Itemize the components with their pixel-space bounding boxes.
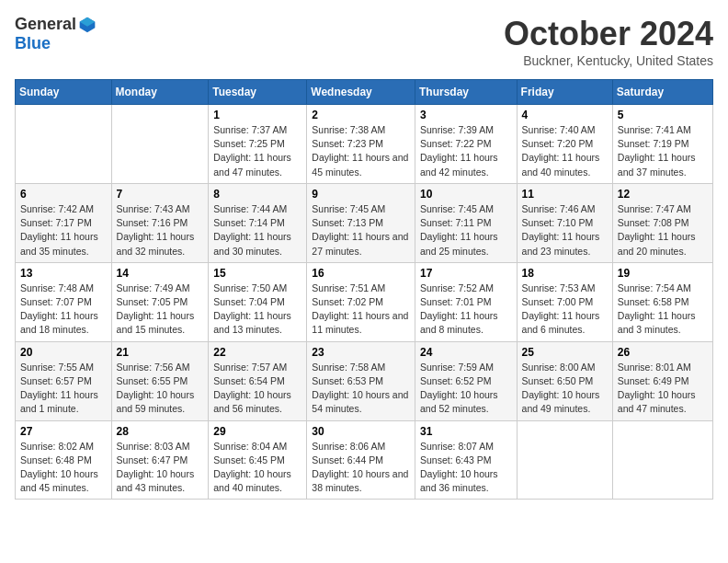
day-number: 27: [20, 425, 107, 438]
day-number: 21: [117, 346, 204, 359]
day-number: 24: [420, 346, 512, 359]
day-info: Sunrise: 7:43 AM Sunset: 7:16 PM Dayligh…: [117, 202, 204, 259]
calendar-cell: 28Sunrise: 8:03 AM Sunset: 6:47 PM Dayli…: [111, 420, 209, 500]
calendar-cell: 7Sunrise: 7:43 AM Sunset: 7:16 PM Daylig…: [111, 183, 209, 262]
calendar-cell: 17Sunrise: 7:52 AM Sunset: 7:01 PM Dayli…: [415, 262, 517, 341]
day-number: 8: [213, 188, 301, 201]
week-row-5: 27Sunrise: 8:02 AM Sunset: 6:48 PM Dayli…: [16, 420, 713, 500]
calendar-cell: 19Sunrise: 7:54 AM Sunset: 6:58 PM Dayli…: [612, 262, 712, 341]
day-number: 26: [618, 346, 708, 359]
month-title: October 2024: [504, 15, 713, 53]
calendar-cell: [612, 420, 712, 500]
week-row-2: 6Sunrise: 7:42 AM Sunset: 7:17 PM Daylig…: [16, 183, 713, 262]
calendar-cell: 1Sunrise: 7:37 AM Sunset: 7:25 PM Daylig…: [209, 105, 307, 184]
location: Buckner, Kentucky, United States: [504, 53, 713, 68]
day-info: Sunrise: 7:49 AM Sunset: 7:05 PM Dayligh…: [117, 282, 204, 338]
day-info: Sunrise: 8:03 AM Sunset: 6:47 PM Dayligh…: [117, 440, 204, 496]
day-info: Sunrise: 7:58 AM Sunset: 6:53 PM Dayligh…: [312, 361, 410, 417]
day-number: 3: [420, 109, 512, 121]
day-info: Sunrise: 7:50 AM Sunset: 7:04 PM Dayligh…: [213, 282, 301, 338]
day-number: 11: [522, 188, 608, 201]
calendar-cell: [111, 105, 209, 184]
week-row-1: 1Sunrise: 7:37 AM Sunset: 7:25 PM Daylig…: [16, 105, 713, 184]
calendar-cell: 13Sunrise: 7:48 AM Sunset: 7:07 PM Dayli…: [16, 262, 112, 341]
column-header-saturday: Saturday: [612, 80, 712, 105]
page-header: General Blue October 2024 Buckner, Kentu…: [15, 15, 713, 68]
day-number: 29: [213, 425, 301, 438]
day-number: 7: [117, 188, 204, 201]
day-number: 2: [312, 109, 410, 121]
day-info: Sunrise: 7:54 AM Sunset: 6:58 PM Dayligh…: [618, 282, 708, 338]
day-number: 16: [312, 267, 410, 280]
calendar-cell: 3Sunrise: 7:39 AM Sunset: 7:22 PM Daylig…: [415, 105, 517, 184]
day-info: Sunrise: 7:48 AM Sunset: 7:07 PM Dayligh…: [20, 282, 107, 338]
day-info: Sunrise: 8:04 AM Sunset: 6:45 PM Dayligh…: [213, 440, 301, 496]
calendar-cell: 15Sunrise: 7:50 AM Sunset: 7:04 PM Dayli…: [209, 262, 307, 341]
day-info: Sunrise: 8:06 AM Sunset: 6:44 PM Dayligh…: [312, 440, 410, 496]
day-number: 14: [117, 267, 204, 280]
day-number: 17: [420, 267, 512, 280]
day-number: 15: [213, 267, 301, 280]
day-info: Sunrise: 7:44 AM Sunset: 7:14 PM Dayligh…: [213, 202, 301, 259]
day-info: Sunrise: 7:52 AM Sunset: 7:01 PM Dayligh…: [420, 282, 512, 338]
calendar-cell: 10Sunrise: 7:45 AM Sunset: 7:11 PM Dayli…: [415, 183, 517, 262]
calendar-cell: 5Sunrise: 7:41 AM Sunset: 7:19 PM Daylig…: [612, 105, 712, 184]
day-info: Sunrise: 8:02 AM Sunset: 6:48 PM Dayligh…: [20, 440, 107, 496]
calendar-cell: 12Sunrise: 7:47 AM Sunset: 7:08 PM Dayli…: [612, 183, 712, 262]
day-info: Sunrise: 7:46 AM Sunset: 7:10 PM Dayligh…: [522, 202, 608, 259]
day-number: 23: [312, 346, 410, 359]
calendar-cell: 14Sunrise: 7:49 AM Sunset: 7:05 PM Dayli…: [111, 262, 209, 341]
calendar-cell: 23Sunrise: 7:58 AM Sunset: 6:53 PM Dayli…: [307, 341, 415, 420]
day-info: Sunrise: 7:45 AM Sunset: 7:11 PM Dayligh…: [420, 202, 512, 259]
calendar-cell: 24Sunrise: 7:59 AM Sunset: 6:52 PM Dayli…: [415, 341, 517, 420]
column-header-tuesday: Tuesday: [209, 80, 307, 105]
day-number: 28: [117, 425, 204, 438]
logo-general: General: [15, 15, 76, 34]
day-number: 1: [213, 109, 301, 121]
day-number: 10: [420, 188, 512, 201]
calendar-cell: 4Sunrise: 7:40 AM Sunset: 7:20 PM Daylig…: [517, 105, 612, 184]
day-info: Sunrise: 7:42 AM Sunset: 7:17 PM Dayligh…: [20, 202, 107, 259]
day-info: Sunrise: 7:59 AM Sunset: 6:52 PM Dayligh…: [420, 361, 512, 417]
day-info: Sunrise: 7:55 AM Sunset: 6:57 PM Dayligh…: [20, 361, 107, 417]
column-header-sunday: Sunday: [16, 80, 112, 105]
calendar-cell: 27Sunrise: 8:02 AM Sunset: 6:48 PM Dayli…: [16, 420, 112, 500]
calendar-cell: 9Sunrise: 7:45 AM Sunset: 7:13 PM Daylig…: [307, 183, 415, 262]
day-info: Sunrise: 8:00 AM Sunset: 6:50 PM Dayligh…: [522, 361, 608, 417]
calendar-cell: [16, 105, 112, 184]
day-info: Sunrise: 7:45 AM Sunset: 7:13 PM Dayligh…: [312, 202, 410, 259]
week-row-4: 20Sunrise: 7:55 AM Sunset: 6:57 PM Dayli…: [16, 341, 713, 420]
day-info: Sunrise: 7:56 AM Sunset: 6:55 PM Dayligh…: [117, 361, 204, 417]
day-number: 31: [420, 425, 512, 438]
day-number: 20: [20, 346, 107, 359]
day-number: 22: [213, 346, 301, 359]
logo-blue: Blue: [15, 34, 51, 53]
day-info: Sunrise: 7:38 AM Sunset: 7:23 PM Dayligh…: [312, 123, 410, 179]
calendar-cell: 22Sunrise: 7:57 AM Sunset: 6:54 PM Dayli…: [209, 341, 307, 420]
calendar-cell: 21Sunrise: 7:56 AM Sunset: 6:55 PM Dayli…: [111, 341, 209, 420]
calendar-cell: [517, 420, 612, 500]
day-number: 5: [618, 109, 708, 121]
day-number: 12: [618, 188, 708, 201]
column-header-monday: Monday: [111, 80, 209, 105]
calendar-cell: 2Sunrise: 7:38 AM Sunset: 7:23 PM Daylig…: [307, 105, 415, 184]
calendar-cell: 8Sunrise: 7:44 AM Sunset: 7:14 PM Daylig…: [209, 183, 307, 262]
logo-icon: [78, 16, 97, 34]
day-info: Sunrise: 7:41 AM Sunset: 7:19 PM Dayligh…: [618, 123, 708, 179]
day-info: Sunrise: 7:51 AM Sunset: 7:02 PM Dayligh…: [312, 282, 410, 338]
column-header-thursday: Thursday: [415, 80, 517, 105]
day-number: 18: [522, 267, 608, 280]
day-number: 6: [20, 188, 107, 201]
day-info: Sunrise: 7:39 AM Sunset: 7:22 PM Dayligh…: [420, 123, 512, 179]
calendar-cell: 26Sunrise: 8:01 AM Sunset: 6:49 PM Dayli…: [612, 341, 712, 420]
day-number: 9: [312, 188, 410, 201]
day-info: Sunrise: 7:47 AM Sunset: 7:08 PM Dayligh…: [618, 202, 708, 259]
day-number: 13: [20, 267, 107, 280]
calendar-cell: 31Sunrise: 8:07 AM Sunset: 6:43 PM Dayli…: [415, 420, 517, 500]
day-info: Sunrise: 7:37 AM Sunset: 7:25 PM Dayligh…: [213, 123, 301, 179]
calendar-cell: 11Sunrise: 7:46 AM Sunset: 7:10 PM Dayli…: [517, 183, 612, 262]
calendar-cell: 30Sunrise: 8:06 AM Sunset: 6:44 PM Dayli…: [307, 420, 415, 500]
calendar-cell: 16Sunrise: 7:51 AM Sunset: 7:02 PM Dayli…: [307, 262, 415, 341]
title-block: October 2024 Buckner, Kentucky, United S…: [504, 15, 713, 68]
calendar-cell: 20Sunrise: 7:55 AM Sunset: 6:57 PM Dayli…: [16, 341, 112, 420]
